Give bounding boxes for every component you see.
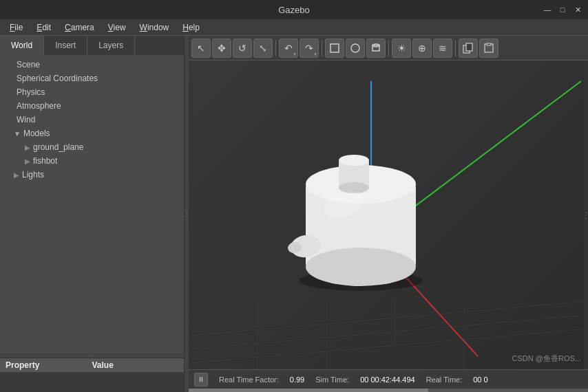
sphere-btn[interactable] — [346, 39, 365, 58]
menu-camera[interactable]: Camera — [58, 21, 101, 34]
title-bar: Gazebo — □ ✕ — [0, 0, 588, 19]
left-panel: World Insert Layers Scene Spherical Coor… — [0, 36, 185, 392]
menu-window[interactable]: Window — [133, 21, 176, 34]
svg-point-23 — [339, 155, 369, 166]
copy-paste-btn[interactable] — [459, 39, 478, 58]
sep3 — [388, 40, 389, 56]
sep2 — [322, 40, 322, 56]
tree-item-atmosphere[interactable]: Atmosphere — [0, 99, 184, 113]
window-controls[interactable]: — □ ✕ — [543, 5, 582, 14]
close-btn[interactable]: ✕ — [573, 5, 582, 14]
arrow-ground-plane: ▶ — [25, 144, 30, 151]
arrow-fishbot: ▶ — [25, 157, 30, 165]
point-light-btn[interactable]: ☀ — [392, 39, 411, 58]
property-header: Property Value — [0, 358, 184, 372]
rotate-tool-btn[interactable]: ↺ — [233, 39, 252, 58]
minimize-btn[interactable]: — — [543, 5, 552, 14]
box-btn[interactable] — [325, 39, 344, 58]
tree-item-wind[interactable]: Wind — [0, 113, 184, 127]
progress-bar[interactable] — [189, 389, 588, 392]
property-panel: Property Value — [0, 358, 184, 392]
sep1 — [275, 40, 276, 56]
pause-btn[interactable]: ⏸ — [194, 373, 208, 386]
tab-world[interactable]: World — [0, 36, 44, 55]
svg-point-24 — [339, 182, 369, 193]
status-bar: ⏸ Real Time Factor: 0.99 Sim Time: 00 00… — [189, 369, 588, 389]
progress-bar-fill — [189, 389, 428, 392]
svg-rect-7 — [487, 43, 491, 45]
status-area: ⏸ Real Time Factor: 0.99 Sim Time: 00 00… — [189, 369, 588, 392]
menu-bar: File Edit Camera View Window Help — [0, 19, 588, 36]
tab-insert[interactable]: Insert — [44, 36, 87, 55]
property-col-value: Value — [92, 360, 179, 370]
tree-item-physics[interactable]: Physics — [0, 85, 184, 99]
tab-layers[interactable]: Layers — [87, 36, 135, 55]
sim-value: 00 00:42:44.494 — [360, 375, 415, 384]
tree-item-models[interactable]: ▼ Models — [0, 127, 184, 140]
real-label: Real Time: — [426, 375, 463, 384]
watermark: CSDN @鱼香ROS... — [512, 353, 581, 364]
arrow-models: ▼ — [14, 130, 21, 138]
sep4 — [455, 40, 456, 56]
rtf-value: 0.99 — [290, 375, 304, 384]
tree-item-scene[interactable]: Scene — [0, 58, 184, 72]
tab-bar: World Insert Layers — [0, 36, 184, 55]
scene-background: ⋮ CSDN @鱼香ROS... — [189, 61, 588, 369]
right-splitter[interactable]: ⋮ — [584, 61, 588, 369]
menu-file[interactable]: File — [3, 21, 30, 34]
svg-point-1 — [351, 44, 359, 52]
tree-item-spherical[interactable]: Spherical Coordinates — [0, 72, 184, 85]
maximize-btn[interactable]: □ — [558, 5, 567, 14]
undo-btn[interactable]: ↶ ▼ — [279, 39, 298, 58]
tree-item-lights[interactable]: ▶ Lights — [0, 168, 184, 182]
select-tool-btn[interactable]: ↖ — [191, 39, 211, 58]
real-value: 00 0 — [473, 375, 487, 384]
dir-light-btn[interactable]: ≋ — [433, 39, 452, 58]
menu-help[interactable]: Help — [176, 21, 207, 34]
arrow-lights: ▶ — [14, 171, 19, 179]
property-col-name: Property — [6, 360, 92, 370]
paste-btn[interactable] — [479, 39, 498, 58]
fishbot-model — [285, 116, 450, 294]
cylinder-btn[interactable] — [366, 39, 386, 58]
svg-rect-5 — [466, 43, 472, 51]
viewport[interactable]: ⋮ CSDN @鱼香ROS... — [189, 61, 588, 369]
main-content: World Insert Layers Scene Spherical Coor… — [0, 36, 588, 392]
tree-item-ground-plane[interactable]: ▶ ground_plane — [0, 140, 184, 154]
right-area: ↖ ✥ ↺ ⤡ ↶ ▼ ↷ ▼ — [189, 36, 588, 392]
svg-rect-0 — [330, 44, 339, 52]
tree-item-fishbot[interactable]: ▶ fishbot — [0, 154, 184, 168]
sim-label: Sim Time: — [315, 375, 349, 384]
tree-panel: Scene Spherical Coordinates Physics Atmo… — [0, 55, 184, 353]
redo-btn[interactable]: ↷ ▼ — [300, 39, 319, 58]
svg-line-12 — [189, 315, 588, 349]
rtf-label: Real Time Factor: — [219, 375, 279, 384]
spot-light-btn[interactable]: ⊕ — [412, 39, 432, 58]
translate-tool-btn[interactable]: ✥ — [212, 39, 231, 58]
toolbar: ↖ ✥ ↺ ⤡ ↶ ▼ ↷ ▼ — [189, 36, 588, 61]
svg-line-11 — [189, 301, 588, 336]
svg-point-21 — [306, 248, 416, 286]
app-title: Gazebo — [278, 5, 310, 15]
menu-edit[interactable]: Edit — [30, 21, 58, 34]
scale-tool-btn[interactable]: ⤡ — [253, 39, 273, 58]
menu-view[interactable]: View — [101, 21, 133, 34]
